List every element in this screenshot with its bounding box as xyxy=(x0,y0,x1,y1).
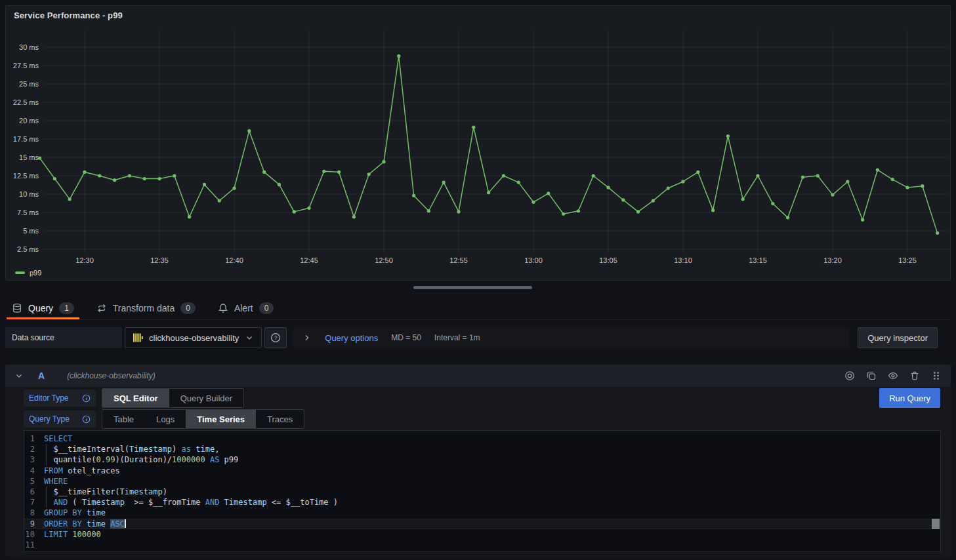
code-line-11[interactable]: 11 xyxy=(24,540,940,550)
datasource-toolbar: Data source clickhouse-observability ? Q… xyxy=(5,327,938,348)
datasource-value: clickhouse-observability xyxy=(149,333,239,343)
legend-item-p99[interactable]: p99 xyxy=(15,269,41,277)
code-line-9[interactable]: 9ORDER BY time ASC xyxy=(24,519,940,529)
svg-text:5 ms: 5 ms xyxy=(23,227,39,235)
indent-guide xyxy=(46,454,47,465)
datasource-picker[interactable]: clickhouse-observability xyxy=(125,327,262,348)
legend-swatch xyxy=(15,271,25,274)
tab-label: Alert xyxy=(234,303,253,313)
help-circle-icon: ? xyxy=(270,332,281,343)
tab-alert[interactable]: Alert 0 xyxy=(211,296,280,319)
query-type-option-table[interactable]: Table xyxy=(102,410,145,428)
query-type-label-text: Query Type xyxy=(29,414,70,424)
tab-transform-data[interactable]: Transform data 0 xyxy=(90,296,202,319)
query-editor-body: Editor Type SQL EditorQuery Builder Quer… xyxy=(5,387,951,557)
run-query-button[interactable]: Run Query xyxy=(879,388,940,408)
chevron-right-icon[interactable] xyxy=(302,333,312,342)
line-number: 11 xyxy=(24,540,44,550)
code-text: LIMIT 100000 xyxy=(44,529,101,540)
code-line-7[interactable]: 7 AND ( Timestamp >= $__fromTime AND Tim… xyxy=(24,497,940,508)
line-number: 10 xyxy=(24,529,44,540)
line-number: 7 xyxy=(24,497,44,508)
code-text: SELECT xyxy=(44,433,72,444)
code-text: quantile(0.99)(Duration)/1000000 AS p99 xyxy=(44,454,238,465)
editor-overview-cursor-marker xyxy=(932,519,940,529)
code-line-8[interactable]: 8GROUP BY time xyxy=(24,508,940,518)
code-line-10[interactable]: 10LIMIT 100000 xyxy=(24,529,940,540)
query-type-option-logs[interactable]: Logs xyxy=(145,410,186,428)
code-line-5[interactable]: 5WHERE xyxy=(24,476,940,487)
svg-text:20 ms: 20 ms xyxy=(19,117,39,125)
editor-type-option-query-builder[interactable]: Query Builder xyxy=(169,389,243,407)
svg-text:17.5 ms: 17.5 ms xyxy=(13,135,39,143)
panel-title[interactable]: Service Performance - p99 xyxy=(14,10,123,20)
editor-type-label-text: Editor Type xyxy=(29,393,68,403)
svg-text:27.5 ms: 27.5 ms xyxy=(13,62,39,70)
line-number: 3 xyxy=(24,454,44,465)
svg-text:12:50: 12:50 xyxy=(375,256,393,264)
svg-text:12:55: 12:55 xyxy=(449,256,468,264)
code-line-4[interactable]: 4FROM otel_traces xyxy=(24,466,940,476)
editor-type-field-label: Editor Type xyxy=(24,390,96,407)
query-type-option-traces[interactable]: Traces xyxy=(256,410,304,428)
line-number: 2 xyxy=(24,444,44,454)
tab-label: Query xyxy=(28,303,53,313)
trash-icon[interactable] xyxy=(909,370,920,381)
line-number: 4 xyxy=(24,466,44,476)
code-line-1[interactable]: 1SELECT xyxy=(24,433,940,444)
svg-text:13:25: 13:25 xyxy=(898,256,917,264)
database-icon xyxy=(12,303,22,313)
code-text: AND ( Timestamp >= $__fromTime AND Times… xyxy=(44,497,338,508)
max-data-points-value: MD = 50 xyxy=(391,333,421,342)
tab-query[interactable]: Query 1 xyxy=(5,296,81,319)
editor-type-option-sql-editor[interactable]: SQL Editor xyxy=(102,389,169,407)
horizontal-scrollbar-thumb[interactable] xyxy=(413,286,532,289)
query-type-option-time-series[interactable]: Time Series xyxy=(186,410,256,428)
disable-query-icon[interactable] xyxy=(844,370,855,381)
svg-text:12:30: 12:30 xyxy=(75,256,94,264)
svg-text:12:45: 12:45 xyxy=(300,256,318,264)
query-inspector-button[interactable]: Query inspector xyxy=(858,327,938,348)
datasource-label: Data source xyxy=(5,327,122,348)
line-number: 9 xyxy=(24,519,44,529)
svg-text:10 ms: 10 ms xyxy=(19,190,39,198)
drag-handle-icon[interactable] xyxy=(931,370,942,381)
time-series-panel: Service Performance - p99 2.5 ms5 ms7.5 … xyxy=(5,5,951,281)
svg-text:12.5 ms: 12.5 ms xyxy=(13,172,39,180)
svg-text:13:10: 13:10 xyxy=(674,256,692,264)
svg-text:13:15: 13:15 xyxy=(749,256,767,264)
indent-guide xyxy=(46,487,47,497)
svg-text:30 ms: 30 ms xyxy=(19,43,39,51)
info-icon[interactable] xyxy=(82,394,91,403)
query-ref-id: A xyxy=(38,370,45,381)
code-line-2[interactable]: 2 $__timeInterval(Timestamp) as time, xyxy=(24,444,940,454)
datasource-help-button[interactable]: ? xyxy=(264,327,287,348)
line-number: 1 xyxy=(24,433,44,444)
svg-text:?: ? xyxy=(274,334,278,341)
info-icon[interactable] xyxy=(82,415,91,424)
tab-count-badge: 1 xyxy=(59,302,74,314)
clickhouse-icon xyxy=(133,332,143,343)
time-series-chart[interactable]: 2.5 ms5 ms7.5 ms10 ms12.5 ms15 ms17.5 ms… xyxy=(6,6,950,280)
code-text: $__timeFilter(Timestamp) xyxy=(44,487,167,497)
query-row-header[interactable]: A (clickhouse-observability) xyxy=(5,365,951,387)
query-row-card: A (clickhouse-observability) xyxy=(5,365,951,557)
interval-value: Interval = 1m xyxy=(434,333,480,342)
svg-text:12:35: 12:35 xyxy=(150,256,169,264)
svg-text:7.5 ms: 7.5 ms xyxy=(17,209,39,216)
tab-label: Transform data xyxy=(113,303,175,313)
code-text: $__timeInterval(Timestamp) as time, xyxy=(44,444,219,454)
tab-count-badge: 0 xyxy=(259,302,274,314)
code-text: ORDER BY time ASC xyxy=(44,519,126,529)
eye-icon[interactable] xyxy=(888,370,898,381)
collapse-chevron-down-icon[interactable] xyxy=(14,371,24,380)
line-number: 5 xyxy=(24,476,44,487)
code-line-6[interactable]: 6 $__timeFilter(Timestamp) xyxy=(24,487,940,497)
query-options-bar: Query options MD = 50 Interval = 1m xyxy=(293,327,850,348)
code-line-3[interactable]: 3 quantile(0.99)(Duration)/1000000 AS p9… xyxy=(24,454,940,465)
sql-code-editor[interactable]: 1SELECT2 $__timeInterval(Timestamp) as t… xyxy=(24,430,941,552)
query-options-link[interactable]: Query options xyxy=(325,333,378,343)
indent-guide xyxy=(46,497,47,508)
duplicate-query-icon[interactable] xyxy=(866,370,877,381)
query-type-field-label: Query Type xyxy=(24,410,96,428)
